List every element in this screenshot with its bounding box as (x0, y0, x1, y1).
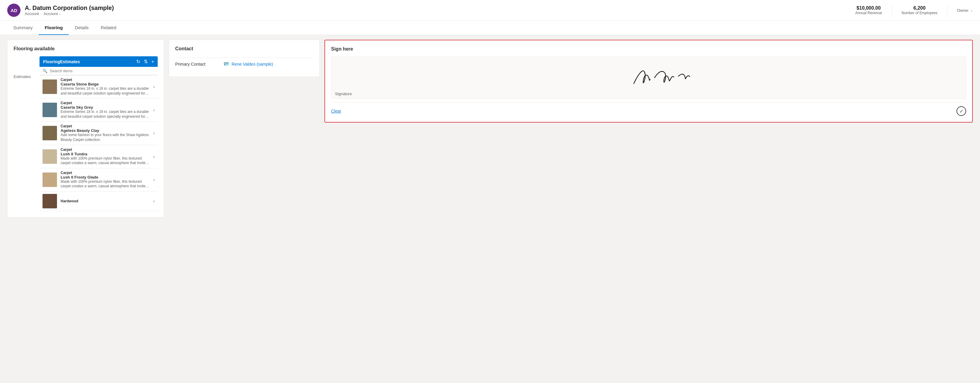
contact-card: Contact Primary Contact 🪪 Rene Valdes (s… (169, 40, 320, 77)
item-chevron-icon: › (153, 199, 155, 204)
tab-summary[interactable]: Summary (7, 21, 38, 35)
annual-revenue-value: $10,000.00 (855, 5, 882, 11)
primary-contact-value[interactable]: 🪪 Rene Valdes (sample) (223, 62, 273, 67)
primary-contact-row: Primary Contact 🪪 Rene Valdes (sample) (175, 57, 313, 70)
signature-drawing (331, 57, 966, 98)
signature-area[interactable]: Signature (331, 57, 966, 99)
sign-card-title: Sign here (331, 46, 966, 52)
signature-label: Signature (335, 92, 352, 96)
item-info: Carpet Caserta Stone Beige Extreme Serie… (60, 78, 150, 96)
header-info: A. Datum Corporation (sample) Account · … (25, 5, 114, 16)
item-thumbnail (43, 126, 57, 140)
list-item[interactable]: Carpet Lush II Frosty Glade Made with 10… (40, 168, 158, 192)
item-name: Lush II Frosty Glade (60, 175, 150, 179)
main-content: Flooring available Estimates FlooringEst… (0, 35, 980, 222)
estimates-section: Estimates FlooringEstimates ↻ ⇅ + 🔍 (14, 56, 158, 211)
owner-block[interactable]: Owner ⌄ (957, 8, 973, 13)
item-thumbnail (43, 149, 57, 164)
item-category: Hardwood (60, 199, 150, 203)
breadcrumb-account-dropdown[interactable]: Account ⌄ (44, 11, 61, 16)
list-header-icons: ↻ ⇅ + (136, 59, 154, 65)
item-name: Lush II Tundra (60, 152, 150, 156)
item-thumbnail (43, 79, 57, 94)
header-divider (892, 4, 892, 16)
list-item[interactable]: Carpet Lush II Tundra Made with 100% pre… (40, 145, 158, 168)
item-info: Hardwood (60, 199, 150, 203)
estimates-label: Estimates (14, 74, 35, 211)
columns-icon[interactable]: ⇅ (144, 59, 148, 65)
search-icon: 🔍 (43, 69, 47, 73)
breadcrumb-account[interactable]: Account (25, 11, 39, 16)
contact-name: Rene Valdes (sample) (232, 62, 273, 66)
item-thumbnail (43, 103, 57, 117)
contact-person-icon: 🪪 (223, 62, 229, 67)
search-input[interactable] (50, 69, 155, 73)
confirm-button[interactable]: ✓ (956, 106, 966, 116)
item-thumbnail (43, 173, 57, 187)
item-name: Ageless Beauty Clay (60, 128, 150, 133)
header-metrics: $10,000.00 Annual Revenue 6,200 Number o… (855, 4, 973, 16)
company-name: A. Datum Corporation (sample) (25, 5, 114, 11)
annual-revenue-label: Annual Revenue (855, 11, 882, 15)
search-bar: 🔍 (40, 67, 158, 75)
item-desc: Extreme Series 18 in. x 18 in. carpet ti… (60, 86, 150, 96)
item-desc: Made with 100% premium nylon fiber, this… (60, 179, 150, 189)
item-desc: Made with 100% premium nylon fiber, this… (60, 156, 150, 166)
tab-flooring[interactable]: Flooring (38, 21, 69, 35)
tab-details[interactable]: Details (69, 21, 95, 35)
item-chevron-icon: › (153, 154, 155, 159)
item-chevron-icon: › (153, 84, 155, 89)
breadcrumb-separator: · (41, 11, 42, 16)
contact-card-title: Contact (175, 46, 313, 52)
item-info: Carpet Lush II Tundra Made with 100% pre… (60, 147, 150, 166)
item-thumbnail (43, 194, 57, 208)
primary-contact-label: Primary Contact (175, 62, 223, 66)
item-name: Caserta Stone Beige (60, 82, 150, 86)
avatar: AD (7, 4, 21, 17)
item-chevron-icon: › (153, 177, 155, 182)
page-header: AD A. Datum Corporation (sample) Account… (0, 0, 980, 21)
item-desc: Add some fashion to your floors with the… (60, 133, 150, 142)
item-info: Carpet Ageless Beauty Clay Add some fash… (60, 124, 150, 142)
clear-button[interactable]: Clear (331, 109, 341, 114)
sign-card: Sign here Signature Clear ✓ (325, 40, 973, 123)
flooring-card-title: Flooring available (14, 46, 158, 52)
item-category: Carpet (60, 124, 150, 128)
checkmark-icon: ✓ (959, 108, 963, 114)
list-area: FlooringEstimates ↻ ⇅ + 🔍 Carpet (40, 56, 158, 211)
item-category: Carpet (60, 147, 150, 152)
list-item[interactable]: Carpet Caserta Stone Beige Extreme Serie… (40, 75, 158, 98)
sign-actions: Clear ✓ (331, 102, 966, 116)
tab-related[interactable]: Related (95, 21, 123, 35)
annual-revenue-metric: $10,000.00 Annual Revenue (855, 5, 882, 15)
list-subheader: FlooringEstimates ↻ ⇅ + (40, 56, 158, 67)
employees-label: Number of Employees (902, 11, 937, 15)
refresh-icon[interactable]: ↻ (136, 59, 140, 65)
list-item[interactable]: Carpet Caserta Sky Grey Extreme Series 1… (40, 98, 158, 122)
employees-metric: 6,200 Number of Employees (902, 5, 937, 15)
item-info: Carpet Lush II Frosty Glade Made with 10… (60, 171, 150, 189)
nav-tabs: Summary Flooring Details Related (0, 21, 980, 35)
item-category: Carpet (60, 78, 150, 82)
breadcrumb: Account · Account ⌄ (25, 11, 114, 16)
list-item[interactable]: Carpet Ageless Beauty Clay Add some fash… (40, 122, 158, 145)
chevron-down-icon: ⌄ (59, 12, 61, 15)
owner-label: Owner (957, 8, 969, 13)
item-category: Carpet (60, 171, 150, 175)
flooring-card: Flooring available Estimates FlooringEst… (7, 40, 164, 217)
header-left: AD A. Datum Corporation (sample) Account… (7, 4, 114, 17)
list-item[interactable]: Hardwood › (40, 192, 158, 211)
add-icon[interactable]: + (151, 59, 154, 65)
item-desc: Extreme Series 18 in. x 18 in. carpet ti… (60, 109, 150, 119)
item-chevron-icon: › (153, 108, 155, 112)
employees-value: 6,200 (902, 5, 937, 11)
item-chevron-icon: › (153, 131, 155, 136)
item-name: Caserta Sky Grey (60, 105, 150, 109)
item-category: Carpet (60, 101, 150, 105)
item-info: Carpet Caserta Sky Grey Extreme Series 1… (60, 101, 150, 119)
owner-chevron-icon: ⌄ (970, 9, 973, 12)
list-header-title: FlooringEstimates (43, 59, 80, 64)
